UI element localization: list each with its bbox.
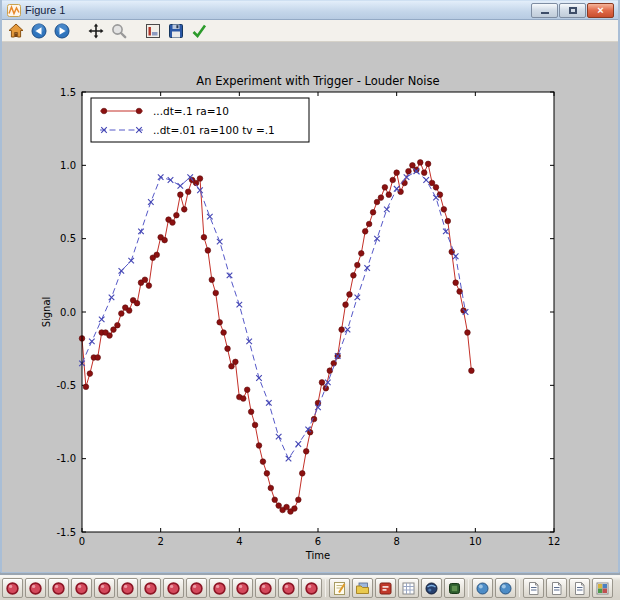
red-dot-icon [189,581,204,596]
desktop: Figure 1 × An Experiment with Trigger - … [0,0,620,600]
taskbar-button-red-dot[interactable] [25,578,46,598]
taskbar-separator [325,579,326,597]
y-tick-label: -1.5 [56,527,76,538]
taskbar-button-red-dot[interactable] [94,578,115,598]
x-tick-label: 10 [469,536,482,547]
forward-icon [53,22,71,40]
taskbar-button-document[interactable] [546,578,567,598]
taskbar-button-document[interactable] [523,578,544,598]
taskbar [0,575,620,600]
maximize-button[interactable] [559,3,586,18]
taskbar-button-photos[interactable] [592,578,613,598]
document-icon [549,581,564,596]
taskbar-button-red-dot[interactable] [186,578,207,598]
save-tool-button[interactable] [166,21,186,41]
subplots-tool-button[interactable] [143,21,163,41]
taskbar-button-red-dot[interactable] [140,578,161,598]
taskbar-button-red-dot[interactable] [278,578,299,598]
taskbar-button-red-dot[interactable] [71,578,92,598]
taskbar-button-red-dot[interactable] [48,578,69,598]
home-tool-button[interactable] [6,21,26,41]
red-dot-icon [5,581,20,596]
x-tick-label: 8 [393,536,399,547]
legend: ...dt=.1 ra=10..dt=.01 ra=100 tv =.1 [91,98,309,142]
y-tick-label: 0.5 [60,233,76,244]
red-dot-icon [166,581,181,596]
close-button[interactable]: × [587,3,614,18]
document-icon [526,581,541,596]
red-dot-icon [212,581,227,596]
y-axis-label: Signal [41,297,52,328]
red-dot-icon [74,581,89,596]
green-app-icon [447,581,462,596]
taskbar-button-red-dot[interactable] [255,578,276,598]
taskbar-button-red-dot[interactable] [232,578,253,598]
forward-tool-button[interactable] [52,21,72,41]
zoom-tool-button[interactable] [109,21,129,41]
taskbar-button-red-dot[interactable] [209,578,230,598]
x-tick-label: 2 [157,536,163,547]
y-tick-label: -0.5 [56,380,76,391]
taskbar-button-globe[interactable] [421,578,442,598]
photos-icon [595,581,610,596]
save-icon [167,22,185,40]
blue-sphere-icon [475,581,490,596]
taskbar-button-notepad[interactable] [329,578,350,598]
check-icon [190,22,208,40]
axes-background [82,92,554,532]
blue-sphere-icon [498,581,513,596]
taskbar-button-grid[interactable] [398,578,419,598]
taskbar-button-pdf[interactable] [375,578,396,598]
taskbar-button-red-dot[interactable] [2,578,23,598]
window-title: Figure 1 [25,4,531,16]
y-tick-label: -1.0 [56,453,76,464]
figure-canvas[interactable]: An Experiment with Trigger - Louder Nois… [2,42,618,572]
red-dot-icon [120,581,135,596]
window-controls: × [531,3,614,18]
folder-icon [355,581,370,596]
figure-area: An Experiment with Trigger - Louder Nois… [2,42,618,572]
matplotlib-toolbar [2,20,618,42]
taskbar-button-red-dot[interactable] [163,578,184,598]
taskbar-separator [468,579,469,597]
figure-window: Figure 1 × An Experiment with Trigger - … [0,0,620,573]
taskbar-button-blue-sphere[interactable] [495,578,516,598]
back-tool-button[interactable] [29,21,49,41]
red-dot-icon [28,581,43,596]
document-icon [572,581,587,596]
taskbar-button-red-dot[interactable] [117,578,138,598]
taskbar-button-red-dot[interactable] [301,578,322,598]
taskbar-separator [519,579,520,597]
red-dot-icon [258,581,273,596]
y-tick-label: 1.5 [60,87,76,98]
zoom-icon [110,22,128,40]
taskbar-button-blue-sphere[interactable] [472,578,493,598]
globe-icon [424,581,439,596]
pan-tool-button[interactable] [86,21,106,41]
taskbar-button-green-app[interactable] [444,578,465,598]
legend-label: ..dt=.01 ra=100 tv =.1 [153,124,275,136]
y-tick-label: 1.0 [60,160,76,171]
subplots-icon [144,22,162,40]
red-dot-icon [304,581,319,596]
back-icon [30,22,48,40]
taskbar-button-folder[interactable] [352,578,373,598]
y-tick-label: 0.0 [60,307,76,318]
check-tool-button[interactable] [189,21,209,41]
red-dot-icon [97,581,112,596]
x-tick-label: 12 [548,536,561,547]
red-dot-icon [281,581,296,596]
titlebar[interactable]: Figure 1 × [2,0,618,20]
x-axis-label: Time [305,550,330,561]
red-dot-icon [143,581,158,596]
x-tick-label: 4 [236,536,242,547]
taskbar-button-document[interactable] [569,578,590,598]
x-tick-label: 0 [79,536,85,547]
legend-label: ...dt=.1 ra=10 [153,105,229,117]
red-dot-icon [235,581,250,596]
home-icon [7,22,25,40]
red-dot-icon [51,581,66,596]
minimize-button[interactable] [531,3,558,18]
plot-title: An Experiment with Trigger - Louder Nois… [196,74,439,88]
x-tick-label: 6 [315,536,321,547]
